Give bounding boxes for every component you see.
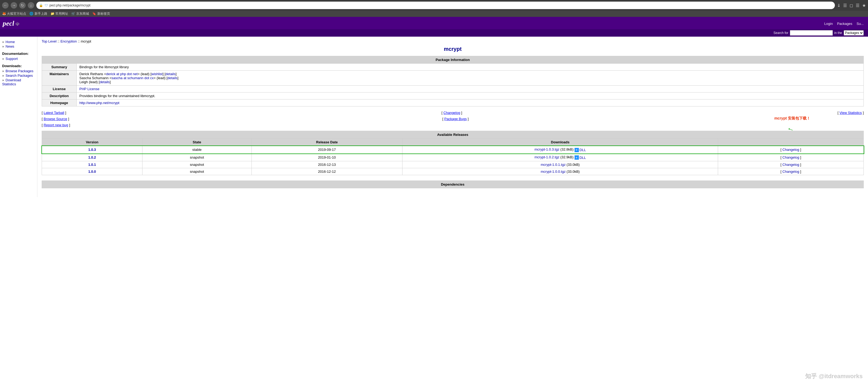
- login-link[interactable]: Login: [824, 22, 833, 26]
- download-stats-link[interactable]: Download Statistics: [2, 78, 21, 86]
- sidebar-item-search[interactable]: Search Packages: [2, 73, 35, 78]
- maintainers-value: Derick Rethans <derick at php dot net> (…: [77, 70, 864, 86]
- changelog-link[interactable]: Changelog: [443, 111, 460, 115]
- window-icon[interactable]: ◻: [849, 3, 853, 8]
- version-link-1-0-1[interactable]: 1.0.1: [88, 162, 96, 167]
- derick-email[interactable]: derick at php dot net: [106, 72, 137, 76]
- bookmark-firefox[interactable]: 🦊 火狐官方站点: [2, 11, 26, 16]
- dll-badge-1-0-3: ⊞ DLL: [575, 148, 586, 152]
- pecl-logo: pecl: [3, 20, 14, 27]
- browse-source-link[interactable]: Browse Source: [43, 117, 67, 121]
- sascha-email[interactable]: sascha at schumann dot cx: [112, 76, 154, 80]
- address-bar[interactable]: 🔒 🛡 pecl.php.net/package/mcrypt: [36, 2, 835, 9]
- packages-link[interactable]: Packages: [837, 22, 852, 26]
- state-1-0-2: snapshot: [143, 153, 251, 161]
- releases-section: mcrypt 安装包下载！ → Available Releases Versi…: [42, 131, 864, 175]
- changelog-1-0-1: [ Changelog ]: [718, 161, 864, 168]
- derick-details-link[interactable]: details: [165, 72, 176, 76]
- description-value: Provides bindings for the unmaintained l…: [77, 93, 864, 99]
- changelog-link-1-0-2[interactable]: Changelog: [782, 155, 799, 159]
- breadcrumb-top-level[interactable]: Top Level: [42, 39, 57, 43]
- homepage-label: Homepage: [42, 99, 77, 107]
- bookmark-common[interactable]: 📁 常用网址: [51, 11, 68, 16]
- homepage-row: Homepage http://www.php.net/mcrypt: [42, 99, 864, 107]
- forward-button[interactable]: →: [11, 2, 17, 8]
- report-bug-link[interactable]: Report new bug: [43, 123, 68, 127]
- version-link-1-0-2[interactable]: 1.0.2: [88, 155, 96, 159]
- package-bugs-link[interactable]: Package Bugs: [444, 117, 467, 121]
- bookmark-newbie[interactable]: 🌐 新手上路: [29, 11, 47, 16]
- download-1-0-2: mcrypt-1.0.2.tgz (32.9kB) ⊞ DLL: [402, 153, 718, 161]
- page-layout: Home News Documentation: Support Downloa…: [0, 37, 868, 197]
- page-title: mcrypt: [42, 46, 864, 52]
- back-button[interactable]: ←: [2, 2, 8, 8]
- support-sidebar-link[interactable]: Support: [6, 57, 18, 61]
- breadcrumb: Top Level :: Encryption :: mcrypt: [42, 39, 864, 43]
- version-col-header: Version: [42, 139, 143, 146]
- maintainers-row: Maintainers Derick Rethans <derick at ph…: [42, 70, 864, 86]
- search-input[interactable]: [790, 30, 833, 36]
- browse-packages-link[interactable]: Browse Packages: [6, 69, 33, 73]
- home-link[interactable]: Home: [6, 40, 15, 44]
- homepage-link[interactable]: http://www.php.net/mcrypt: [80, 101, 120, 105]
- download-icon[interactable]: ⇓: [837, 3, 840, 8]
- home-button[interactable]: ⌂: [28, 2, 34, 8]
- version-link-1-0-3[interactable]: 1.0.3: [88, 148, 96, 152]
- dll-link-1-0-2[interactable]: DLL: [580, 156, 586, 160]
- latest-tarball-link[interactable]: Latest Tarball: [43, 111, 64, 115]
- action-links-container: [ Latest Tarball ] [ Changelog ] [ View …: [42, 111, 864, 127]
- url-text: pecl.php.net/package/mcrypt: [50, 3, 832, 7]
- star-icon[interactable]: ★: [862, 3, 866, 8]
- action-row-3: [ Report new bug ] [ placeholder ] [ pla…: [42, 123, 864, 127]
- release-row-1-0-3: 1.0.3 stable 2019-09-17 mcrypt-1.0.3.tgz…: [42, 146, 864, 154]
- reload-button[interactable]: ↻: [19, 2, 26, 8]
- maintainers-label: Maintainers: [42, 70, 77, 86]
- sidebar-item-news[interactable]: News: [2, 44, 35, 49]
- sascha-details-link[interactable]: details: [167, 76, 178, 80]
- changelog-1-0-3: [ Changelog ]: [718, 146, 864, 154]
- release-date-col-header: Release Date: [251, 139, 402, 146]
- changelog-link-1-0-3[interactable]: Changelog: [782, 148, 799, 152]
- changelog-link-1-0-1[interactable]: Changelog: [782, 162, 799, 167]
- bookmarks-bar: 🦊 火狐官方站点 🌐 新手上路 📁 常用网址 🛒 京东商城 🔖 新标签页: [0, 11, 868, 17]
- search-packages-link[interactable]: Search Packages: [6, 73, 33, 78]
- changelog-container: [ Changelog ]: [441, 111, 462, 115]
- state-1-0-0: snapshot: [143, 168, 251, 175]
- sidebar-item-home[interactable]: Home: [2, 40, 35, 44]
- version-1-0-2: 1.0.2: [42, 153, 143, 161]
- download-link-1-0-1[interactable]: mcrypt-1.0.1.tgz: [540, 162, 565, 167]
- sidebar-item-support[interactable]: Support: [2, 57, 35, 61]
- version-1-0-3: 1.0.3: [42, 146, 143, 154]
- state-1-0-1: snapshot: [143, 161, 251, 168]
- sidebar-item-browse[interactable]: Browse Packages: [2, 69, 35, 73]
- php-license-link[interactable]: PHP License: [80, 87, 99, 91]
- view-statistics-link[interactable]: View Statistics: [839, 111, 862, 115]
- wishlist-link[interactable]: wishlist: [152, 72, 163, 76]
- release-row-1-0-1: 1.0.1 snapshot 2016-12-13 mcrypt-1.0.1.t…: [42, 161, 864, 168]
- search-dropdown[interactable]: Packages: [844, 30, 864, 36]
- date-1-0-1: 2016-12-13: [251, 161, 402, 168]
- news-link[interactable]: News: [6, 44, 14, 49]
- version-link-1-0-0[interactable]: 1.0.0: [88, 170, 96, 174]
- browse-source-container: [ Browse Source ]: [42, 117, 69, 121]
- header-nav: Login Packages Su...: [824, 22, 864, 26]
- download-1-0-3: mcrypt-1.0.3.tgz (32.8kB) ⊞ DLL: [402, 146, 718, 154]
- bookmark-newtab[interactable]: 🔖 新标签页: [92, 11, 110, 16]
- breadcrumb-encryption[interactable]: Encryption: [60, 39, 77, 43]
- version-1-0-1: 1.0.1: [42, 161, 143, 168]
- browser-actions: ⇓ ☰ ◻ ☰ ★: [837, 3, 866, 8]
- extensions-icon[interactable]: ☰: [843, 3, 847, 8]
- support-link[interactable]: Su...: [857, 22, 864, 26]
- download-link-1-0-0[interactable]: mcrypt-1.0.0.tgz: [540, 170, 565, 174]
- download-link-1-0-2[interactable]: mcrypt-1.0.2.tgz: [534, 155, 559, 159]
- menu-icon[interactable]: ☰: [856, 3, 860, 8]
- download-link-1-0-3[interactable]: mcrypt-1.0.3.tgz: [534, 147, 559, 151]
- leigh-details-link[interactable]: details: [100, 80, 110, 84]
- changelog-link-1-0-0[interactable]: Changelog: [782, 170, 799, 174]
- changelog-1-0-2: [ Changelog ]: [718, 153, 864, 161]
- breadcrumb-sep1: ::: [58, 39, 60, 43]
- php-logo: ☫: [15, 21, 20, 27]
- bookmark-jd[interactable]: 🛒 京东商城: [71, 11, 89, 16]
- sidebar-item-download-stats[interactable]: Download Statistics: [2, 78, 35, 86]
- dll-link-1-0-3[interactable]: DLL: [580, 148, 586, 152]
